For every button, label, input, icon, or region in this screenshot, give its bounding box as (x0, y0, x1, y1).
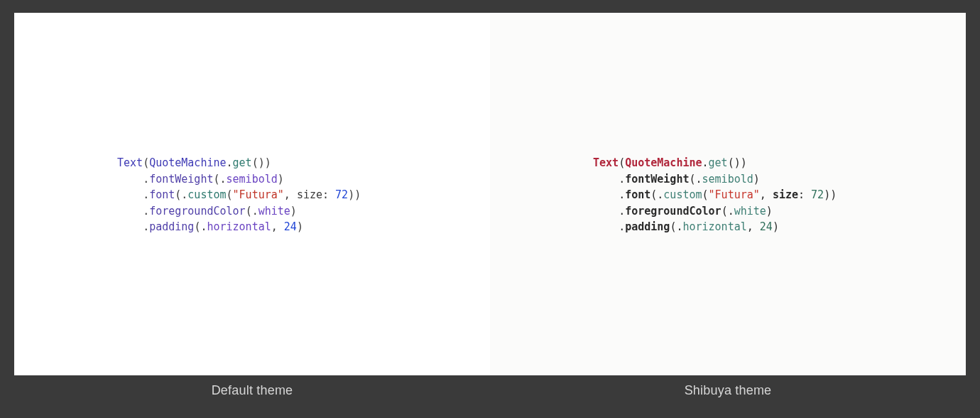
token-punc: ) (773, 220, 779, 233)
token-indent (117, 188, 143, 201)
labels-row: Default theme Shibuya theme (0, 375, 980, 405)
token-type: Text (117, 156, 143, 169)
token-punc: . (619, 205, 625, 218)
code-block-shibuya: Text(QuoteMachine.get()) .fontWeight(.se… (593, 155, 966, 235)
token-type: QuoteMachine (625, 156, 702, 169)
token-punc: . (143, 188, 149, 201)
token-punc: ) (265, 156, 271, 169)
token-number: 72 (811, 188, 824, 201)
token-punc: ( (143, 156, 149, 169)
token-punc: . (143, 173, 149, 186)
token-number: 72 (335, 188, 348, 201)
token-indent (117, 220, 143, 233)
token-modifier: font (625, 188, 650, 201)
token-modifier: padding (625, 220, 670, 233)
token-punc: : (798, 188, 811, 201)
token-punc: . (619, 173, 625, 186)
token-punc: ( (246, 205, 252, 218)
token-punc: . (619, 220, 625, 233)
token-punc: () (728, 156, 741, 169)
token-enum: white (258, 205, 290, 218)
token-method: get (233, 156, 252, 169)
token-punc: ) (753, 173, 760, 186)
token-enum: horizontal (207, 220, 271, 233)
token-punc: ( (175, 188, 181, 201)
token-punc: . (619, 188, 625, 201)
token-string: "Futura" (233, 188, 284, 201)
token-indent (593, 173, 619, 186)
token-punc: ( (650, 188, 657, 201)
token-punc: ) (348, 188, 354, 201)
token-punc: ) (766, 205, 773, 218)
token-punc: . (220, 173, 227, 186)
token-method: get (709, 156, 728, 169)
default-theme-panel: Text(QuoteMachine.get()) .fontWeight(.se… (14, 13, 490, 375)
token-indent (117, 173, 143, 186)
token-enum: white (734, 205, 766, 218)
token-punc: ) (278, 173, 284, 186)
token-punc: . (696, 173, 702, 186)
token-punc: , (271, 220, 284, 233)
token-punc: . (143, 220, 149, 233)
token-method: custom (663, 188, 702, 201)
code-block-default: Text(QuoteMachine.get()) .fontWeight(.se… (117, 155, 490, 235)
token-punc: ) (290, 205, 297, 218)
token-modifier: fontWeight (149, 173, 213, 186)
token-punc: , (284, 188, 297, 201)
token-indent (593, 188, 619, 201)
token-punc: . (252, 205, 258, 218)
token-modifier: fontWeight (625, 173, 689, 186)
token-punc: ( (213, 173, 219, 186)
token-punc: ( (619, 156, 625, 169)
token-arg: size (773, 188, 798, 201)
token-punc: ) (741, 156, 747, 169)
token-enum: semibold (702, 173, 753, 186)
token-modifier: font (149, 188, 175, 201)
token-punc: ) (297, 220, 303, 233)
token-punc: ) (830, 188, 837, 201)
token-punc: ( (689, 173, 695, 186)
token-punc: ) (824, 188, 830, 201)
token-punc: ) (354, 188, 361, 201)
token-modifier: foregroundColor (149, 205, 245, 218)
comparison-container: Text(QuoteMachine.get()) .fontWeight(.se… (0, 0, 980, 375)
token-enum: horizontal (682, 220, 746, 233)
token-punc: . (181, 188, 187, 201)
token-punc: ( (702, 188, 709, 201)
shibuya-theme-label: Shibuya theme (490, 383, 966, 398)
token-indent (593, 220, 619, 233)
token-punc: ( (227, 188, 233, 201)
token-punc: ( (722, 205, 728, 218)
token-punc: : (322, 188, 335, 201)
token-punc: , (760, 188, 773, 201)
token-arg: size (297, 188, 322, 201)
token-punc: . (143, 205, 149, 218)
token-type: Text (593, 156, 619, 169)
shibuya-theme-panel: Text(QuoteMachine.get()) .fontWeight(.se… (490, 13, 966, 375)
token-indent (117, 205, 143, 218)
token-indent (593, 205, 619, 218)
token-punc: () (252, 156, 265, 169)
token-punc: . (227, 156, 233, 169)
token-modifier: foregroundColor (625, 205, 721, 218)
token-method: custom (187, 188, 226, 201)
token-punc: . (657, 188, 663, 201)
token-number: 24 (760, 220, 773, 233)
token-punc: . (702, 156, 709, 169)
token-punc: , (747, 220, 760, 233)
token-type: QuoteMachine (149, 156, 226, 169)
default-theme-label: Default theme (14, 383, 490, 398)
token-number: 24 (284, 220, 297, 233)
token-modifier: padding (149, 220, 194, 233)
token-enum: semibold (227, 173, 278, 186)
token-string: "Futura" (709, 188, 760, 201)
token-punc: . (728, 205, 734, 218)
